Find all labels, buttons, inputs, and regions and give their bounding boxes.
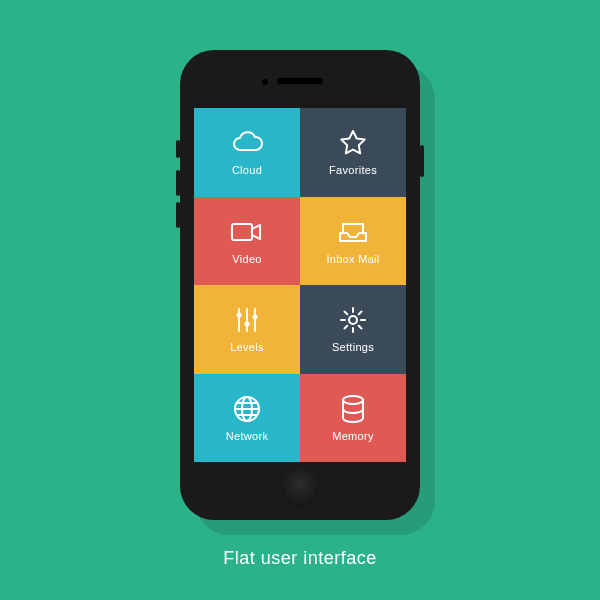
svg-point-7	[343, 396, 363, 404]
svg-point-1	[237, 313, 242, 318]
svg-point-4	[349, 316, 357, 324]
svg-point-3	[253, 315, 258, 320]
mute-switch	[176, 140, 180, 158]
tile-memory[interactable]: Memory	[300, 374, 406, 463]
tile-label: Cloud	[232, 164, 262, 176]
tile-label: Video	[232, 253, 261, 265]
tile-label: Memory	[332, 430, 374, 442]
power-button	[420, 145, 424, 177]
tile-label: Network	[226, 430, 268, 442]
gear-icon	[336, 305, 370, 335]
database-icon	[336, 394, 370, 424]
tile-label: Inbox Mail	[326, 253, 379, 265]
phone-camera	[262, 79, 268, 85]
tile-label: Levels	[230, 341, 264, 353]
star-icon	[336, 128, 370, 158]
phone-speaker	[277, 78, 323, 84]
tile-inbox[interactable]: Inbox Mail	[300, 197, 406, 286]
tile-settings[interactable]: Settings	[300, 285, 406, 374]
volume-up-button	[176, 170, 180, 196]
tile-cloud[interactable]: Cloud	[194, 108, 300, 197]
svg-point-2	[245, 322, 250, 327]
volume-down-button	[176, 202, 180, 228]
tile-levels[interactable]: Levels	[194, 285, 300, 374]
svg-rect-0	[232, 224, 252, 240]
video-icon	[230, 217, 264, 247]
tile-video[interactable]: Video	[194, 197, 300, 286]
cloud-icon	[230, 128, 264, 158]
tile-favorites[interactable]: Favorites	[300, 108, 406, 197]
levels-icon	[230, 305, 264, 335]
tile-label: Favorites	[329, 164, 377, 176]
globe-icon	[230, 394, 264, 424]
inbox-icon	[336, 217, 370, 247]
home-button[interactable]	[281, 469, 319, 507]
tile-network[interactable]: Network	[194, 374, 300, 463]
caption: Flat user interface	[0, 548, 600, 569]
tile-label: Settings	[332, 341, 374, 353]
phone-frame: Cloud Favorites Video Inbox Mail Levels	[180, 50, 420, 520]
app-grid: Cloud Favorites Video Inbox Mail Levels	[194, 108, 406, 462]
